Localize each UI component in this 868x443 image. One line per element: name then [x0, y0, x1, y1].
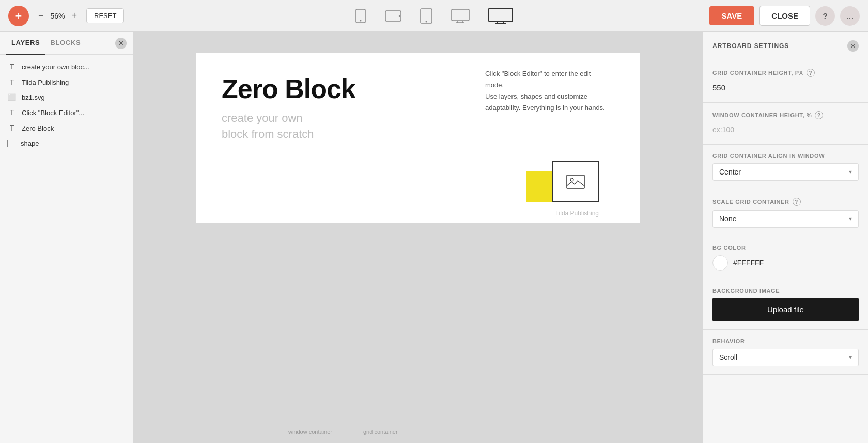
block-subtitle: create your own block from scratch: [222, 110, 614, 143]
more-button[interactable]: ...: [840, 6, 860, 26]
layer-reorder-icon[interactable]: ⇅: [110, 124, 116, 132]
color-value[interactable]: #FFFFFF: [733, 259, 764, 267]
device-tablet-sm-icon[interactable]: [381, 6, 406, 26]
upload-file-button[interactable]: Upload file: [712, 298, 859, 321]
layer-visibility-icon[interactable]: 👁: [119, 109, 126, 117]
layer-name: create your own bloc...: [22, 63, 105, 71]
svg-point-5: [426, 21, 427, 22]
layer-item[interactable]: ⬜ bz1.svg ⇅ 👁: [0, 90, 133, 105]
device-desktop-lg-icon[interactable]: [484, 4, 517, 28]
shape-icon: [7, 140, 14, 147]
topbar: + − 56% + RESET: [0, 0, 868, 32]
subtitle-line2: block from scratch: [222, 128, 314, 140]
chevron-down-icon: ▾: [849, 168, 852, 176]
layer-visibility-icon[interactable]: 👁: [119, 78, 126, 86]
text-icon: T: [7, 108, 17, 117]
layer-name: shape: [21, 139, 105, 147]
tab-blocks[interactable]: BLOCKS: [45, 32, 86, 55]
layer-item[interactable]: shape ⇅ 👁: [0, 136, 133, 151]
save-button[interactable]: SAVE: [709, 6, 755, 25]
layer-item[interactable]: T Click "Block Editor"... ⇅ 👁: [0, 105, 133, 120]
help-icon[interactable]: ?: [807, 69, 815, 77]
layer-visibility-icon[interactable]: 👁: [119, 124, 126, 132]
layer-name: bz1.svg: [22, 93, 105, 101]
layer-item[interactable]: T create your own bloc... ⇅ 👁: [0, 59, 133, 74]
svg-rect-6: [452, 9, 469, 21]
window-container-height-label: WINDOW CONTAINER HEIGHT, % ?: [712, 111, 859, 119]
subtitle-line1: create your own: [222, 112, 303, 124]
svg-rect-10: [489, 8, 513, 22]
tab-layers[interactable]: LAYERS: [6, 32, 45, 55]
scale-select[interactable]: None ▾: [712, 210, 859, 228]
svg-point-3: [399, 15, 400, 16]
layer-item[interactable]: T Zero Block ⇅ 👁: [0, 120, 133, 136]
device-desktop-sm-icon[interactable]: [447, 5, 474, 27]
behavior-section: BEHAVIOR Scroll ▾: [703, 330, 868, 375]
text-icon: T: [7, 124, 17, 132]
block-image-placeholder: [526, 161, 599, 202]
color-row: #FFFFFF: [712, 255, 859, 271]
zoom-in-button[interactable]: +: [69, 8, 81, 23]
layer-list: T create your own bloc... ⇅ 👁 T Tilda Pu…: [0, 55, 133, 155]
help-icon[interactable]: ?: [793, 198, 801, 206]
panel-title: ARTBOARD SETTINGS: [712, 42, 789, 50]
panel-close-button[interactable]: ✕: [847, 40, 859, 52]
main-content: LAYERS BLOCKS ✕ T create your own bloc..…: [0, 32, 868, 443]
close-button[interactable]: CLOSE: [760, 6, 810, 26]
grid-align-select[interactable]: Center ▾: [712, 163, 859, 181]
grid-align-label: GRID CONTAINER ALIGN IN WINDOW: [712, 153, 859, 159]
block-preview[interactable]: Zero Block create your own block from sc…: [196, 53, 640, 223]
color-swatch[interactable]: [712, 255, 728, 271]
device-tablet-lg-icon[interactable]: [416, 4, 437, 28]
help-icon[interactable]: ?: [815, 111, 823, 119]
layer-visibility-icon[interactable]: 👁: [119, 139, 126, 147]
panel-header: ARTBOARD SETTINGS ✕: [703, 32, 868, 60]
layer-name: Tilda Publishing: [22, 78, 105, 86]
add-button[interactable]: +: [8, 6, 29, 26]
block-content: Zero Block create your own block from sc…: [196, 53, 640, 163]
grid-container-height-value[interactable]: 550: [712, 81, 859, 94]
image-frame: [552, 161, 599, 202]
layer-visibility-icon[interactable]: 👁: [119, 63, 126, 71]
sidebar-tabs: LAYERS BLOCKS ✕: [0, 32, 133, 55]
layer-name: Click "Block Editor"...: [22, 109, 105, 117]
image-icon: ⬜: [7, 93, 17, 101]
layer-reorder-icon[interactable]: ⇅: [110, 139, 116, 147]
text-icon: T: [7, 78, 17, 86]
grid-align-value: Center: [719, 168, 741, 176]
window-container-label: window container: [288, 429, 332, 435]
scale-value: None: [719, 215, 736, 223]
behavior-select[interactable]: Scroll ▾: [712, 349, 859, 366]
grid-container-height-label: GRID CONTAINER HEIGHT, PX ?: [712, 69, 859, 77]
reset-button[interactable]: RESET: [86, 8, 124, 23]
zoom-controls: − 56% +: [35, 8, 80, 23]
layer-reorder-icon[interactable]: ⇅: [110, 93, 116, 101]
sidebar: LAYERS BLOCKS ✕ T create your own bloc..…: [0, 32, 133, 443]
canvas-area[interactable]: Zero Block create your own block from sc…: [133, 32, 703, 443]
block-title: Zero Block: [222, 73, 614, 104]
window-container-height-input[interactable]: ex:100: [712, 123, 859, 136]
device-mobile-icon[interactable]: [351, 5, 370, 27]
sidebar-close-button[interactable]: ✕: [115, 38, 127, 49]
layer-reorder-icon[interactable]: ⇅: [110, 63, 116, 71]
zoom-out-button[interactable]: −: [35, 8, 47, 23]
bg-color-section: BG COLOR #FFFFFF: [703, 236, 868, 279]
layer-item[interactable]: T Tilda Publishing ⇅ 👁: [0, 74, 133, 90]
help-button[interactable]: ?: [815, 6, 835, 26]
topbar-right: SAVE CLOSE ? ...: [709, 6, 860, 26]
layer-visibility-icon[interactable]: 👁: [119, 93, 126, 101]
grid-container-label: grid container: [363, 429, 398, 435]
svg-rect-14: [567, 175, 584, 188]
bg-image-section: BACKGROUND IMAGE Upload file: [703, 279, 868, 330]
scale-label: SCALE GRID CONTAINER ?: [712, 198, 859, 206]
right-panel: ARTBOARD SETTINGS ✕ GRID CONTAINER HEIGH…: [703, 32, 868, 443]
svg-rect-2: [385, 11, 401, 21]
layer-reorder-icon[interactable]: ⇅: [110, 109, 116, 117]
layer-reorder-icon[interactable]: ⇅: [110, 78, 116, 86]
grid-align-section: GRID CONTAINER ALIGN IN WINDOW Center ▾: [703, 145, 868, 189]
topbar-left: + − 56% + RESET: [8, 6, 124, 26]
zoom-value: 56%: [50, 12, 66, 20]
chevron-down-icon: ▾: [849, 354, 852, 361]
text-icon: T: [7, 62, 17, 71]
layer-name: Zero Block: [22, 124, 105, 132]
